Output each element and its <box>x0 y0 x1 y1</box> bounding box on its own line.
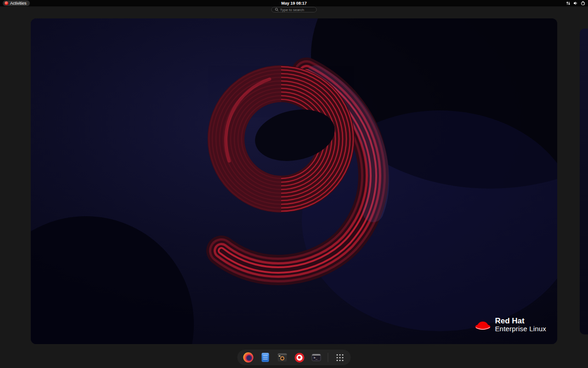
activities-label: Activities <box>10 1 27 6</box>
camera-icon <box>278 355 287 362</box>
search-input[interactable] <box>280 8 313 12</box>
app-icon-text-editor[interactable] <box>260 352 271 363</box>
workspace-thumbnail-next[interactable] <box>580 29 588 334</box>
terminal-icon: >_ <box>312 354 321 361</box>
support-lifebuoy-icon <box>294 353 304 362</box>
text-editor-icon <box>262 353 269 362</box>
dash: >_ <box>237 350 351 365</box>
app-icon-support[interactable] <box>294 352 305 363</box>
distro-logo-icon <box>5 1 8 5</box>
app-grid-icon <box>336 354 343 361</box>
clock-button[interactable]: May 19 08:17 <box>281 1 307 6</box>
dash-separator <box>328 353 328 362</box>
show-applications-button[interactable] <box>334 352 345 363</box>
app-icon-camera[interactable] <box>277 352 288 363</box>
search-icon <box>275 8 279 12</box>
power-icon <box>581 1 585 6</box>
rhel9-wallpaper <box>31 18 557 344</box>
search-entry[interactable] <box>271 7 317 12</box>
branding-subtitle: Enterprise Linux <box>495 325 546 333</box>
activities-button[interactable]: Activities <box>3 0 30 6</box>
app-icon-terminal[interactable]: >_ <box>311 352 322 363</box>
system-status-menu[interactable] <box>566 1 585 6</box>
branding-title: Red Hat <box>495 316 546 325</box>
network-arrows-icon <box>566 1 571 6</box>
top-bar: Activities May 19 08:17 <box>0 0 588 6</box>
firefox-icon <box>243 352 254 362</box>
redhat-branding: Red Hat Enterprise Linux <box>474 316 546 333</box>
workspace-thumbnail[interactable]: Red Hat Enterprise Linux <box>31 18 557 344</box>
redhat-fedora-icon <box>474 318 492 331</box>
app-icon-firefox[interactable] <box>243 352 254 363</box>
volume-icon <box>573 1 578 6</box>
